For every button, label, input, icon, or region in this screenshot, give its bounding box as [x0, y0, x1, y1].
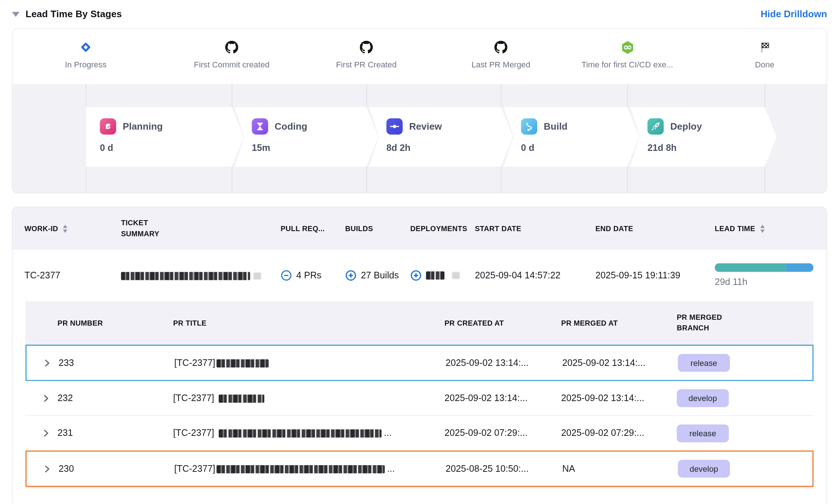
column-label: END DATE	[595, 225, 633, 233]
collapse-triangle-icon[interactable]	[12, 12, 20, 16]
redacted-deployments-tail	[452, 272, 460, 279]
lead-bar-teal-segment	[715, 263, 786, 272]
jira-issue-icon	[79, 40, 92, 55]
column-header-work-id[interactable]: WORK-ID	[25, 225, 121, 233]
pr-title-prefix: [TC-2377]	[173, 428, 214, 438]
column-header-pr-number: PR NUMBER	[57, 319, 173, 327]
deployments-chip[interactable]	[410, 270, 475, 281]
expand-chevron-icon[interactable]	[41, 393, 57, 403]
column-header-ticket-summary: TICKET SUMMARY	[121, 218, 281, 240]
column-label: START DATE	[475, 225, 521, 233]
milestone-label: In Progress	[65, 60, 107, 69]
pr-created-at-cell: 2025-09-02 13:14:...	[445, 393, 561, 404]
ticket-summary-cell	[121, 270, 281, 281]
column-label: LEAD TIME	[715, 225, 755, 233]
column-label: PR MERGED BRANCH	[677, 312, 736, 334]
lead-bar-blue-segment	[786, 263, 814, 272]
branch-badge: release	[678, 354, 730, 372]
pr-merged-at-cell: 2025-09-02 13:14:...	[562, 357, 678, 368]
column-header-lead-time[interactable]: LEAD TIME	[715, 225, 827, 233]
pr-title-prefix: [TC-2377]	[173, 393, 214, 403]
git-commit-icon	[386, 118, 402, 134]
github-icon	[225, 40, 238, 55]
column-label: WORK-ID	[25, 225, 58, 233]
redacted-deployments	[426, 271, 444, 279]
rocket-icon	[647, 118, 664, 134]
milestone-done: Done	[702, 40, 827, 69]
route-icon	[521, 118, 537, 134]
pr-title-ellipsis: ...	[387, 463, 395, 474]
column-header-builds: BUILDS	[345, 225, 410, 233]
pull-requests-count: 4 PRs	[296, 270, 322, 281]
stage-coding: Coding 15m	[234, 107, 378, 167]
pr-merged-at-cell: 2025-09-02 13:14:...	[561, 393, 677, 404]
pull-requests-chip[interactable]: 4 PRs	[281, 270, 345, 281]
stage-duration: 0 d	[100, 143, 244, 154]
github-icon	[360, 40, 373, 55]
pr-table-header: PR NUMBER PR TITLE PR CREATED AT PR MERG…	[26, 301, 814, 345]
pr-row-232[interactable]: 232 [TC-2377] 2025-09-02 13:14:... 2025-…	[26, 381, 814, 416]
pr-title-cell: [TC-2377]	[173, 393, 445, 404]
builds-count: 27 Builds	[361, 270, 399, 281]
redacted-pr-title	[216, 465, 385, 473]
plus-circle-icon	[345, 270, 356, 281]
section-header: Lead Time By Stages Hide Drilldown	[0, 0, 839, 28]
column-header-pr-merged-at: PR MERGED AT	[561, 319, 677, 327]
expand-chevron-icon[interactable]	[42, 464, 59, 474]
pr-number-cell: 231	[57, 428, 173, 439]
plus-circle-icon	[410, 270, 422, 281]
start-date-cell: 2025-09-04 14:57:22	[475, 270, 595, 281]
work-table-header: WORK-ID TICKET SUMMARY PULL REQ... BUILD…	[12, 207, 827, 250]
pr-title-ellipsis: ...	[384, 428, 391, 438]
pr-row-230[interactable]: 230 [TC-2377] ... 2025-08-25 10:50:... N…	[26, 451, 814, 487]
pr-title-cell: [TC-2377] ...	[173, 428, 445, 439]
column-header-end-date: END DATE	[595, 225, 715, 233]
planning-icon	[100, 118, 116, 134]
stage-name: Review	[409, 121, 442, 132]
pr-title-cell: [TC-2377] ...	[174, 463, 446, 474]
milestone-label: Done	[755, 60, 774, 69]
pr-created-at-cell: 2025-09-02 07:29:...	[445, 428, 561, 439]
stages-card: In Progress First Commit created First P…	[12, 28, 827, 193]
milestone-label: Time for first CI/CD exe...	[582, 60, 673, 69]
redacted-pr-title	[219, 429, 382, 437]
lead-time-cell: 29d 11h	[715, 263, 827, 288]
branch-badge: develop	[677, 389, 729, 407]
pr-title-prefix: [TC-2377]	[174, 463, 215, 474]
pr-created-at-cell: 2025-08-25 10:50:...	[446, 463, 563, 474]
column-header-pr-title: PR TITLE	[173, 319, 445, 327]
end-date-cell: 2025-09-15 19:11:39	[595, 270, 715, 281]
github-icon	[494, 40, 508, 55]
redacted-pr-title	[216, 359, 268, 367]
stage-name: Planning	[123, 121, 163, 132]
hourglass-icon	[252, 118, 268, 134]
expand-chevron-icon[interactable]	[42, 358, 59, 368]
sort-icon[interactable]	[63, 225, 67, 233]
lead-time-bar	[715, 263, 814, 272]
hide-drilldown-link[interactable]: Hide Drilldown	[761, 8, 827, 20]
minus-circle-icon	[281, 270, 292, 281]
page-title: Lead Time By Stages	[26, 8, 122, 20]
expand-chevron-icon[interactable]	[41, 428, 57, 438]
column-label: TICKET SUMMARY	[121, 218, 171, 240]
milestone-first-commit: First Commit created	[169, 40, 294, 69]
stage-build: Build 0 d	[504, 107, 639, 167]
lead-time-drilldown-panel: Lead Time By Stages Hide Drilldown In Pr…	[0, 0, 839, 504]
pr-number-cell: 232	[57, 393, 173, 404]
sort-icon[interactable]	[760, 225, 764, 233]
work-id-cell: TC-2377	[25, 270, 121, 281]
builds-chip[interactable]: 27 Builds	[345, 270, 410, 281]
redacted-ticket-summary-tail	[253, 272, 261, 279]
milestone-label: Last PR Merged	[471, 60, 530, 69]
stage-name: Build	[544, 121, 568, 132]
stage-duration: 21d 8h	[647, 143, 777, 154]
pr-row-231[interactable]: 231 [TC-2377] ... 2025-09-02 07:29:... 2…	[26, 416, 814, 451]
column-label: DEPLOYMENTS	[410, 225, 467, 233]
milestone-in-progress: In Progress	[23, 40, 148, 69]
pr-row-233[interactable]: 233 [TC-2377] 2025-09-02 13:14:... 2025-…	[26, 345, 814, 381]
stage-duration: 0 d	[521, 143, 639, 154]
pr-title-cell: [TC-2377]	[174, 357, 446, 368]
column-header-pr-merged-branch: PR MERGED BRANCH	[677, 312, 813, 334]
branch-badge: develop	[678, 460, 730, 478]
column-label: PULL REQ...	[281, 225, 325, 233]
